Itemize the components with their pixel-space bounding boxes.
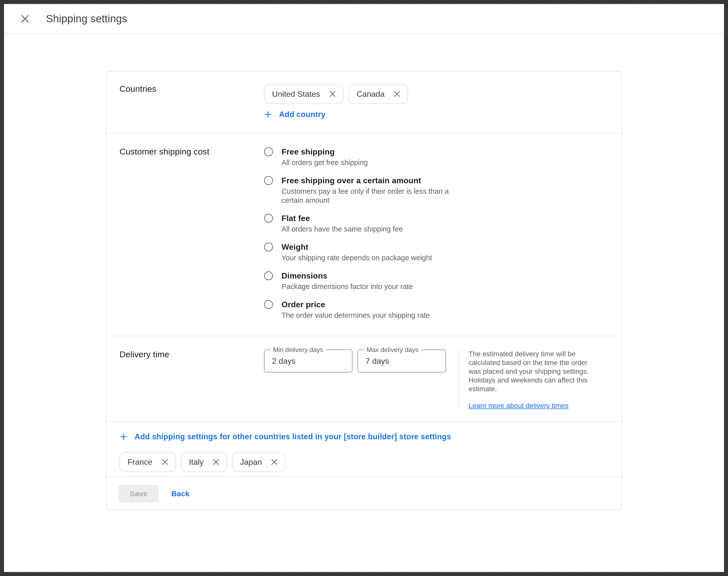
plus-icon bbox=[264, 111, 272, 118]
delivery-note-panel: The estimated delivery time will be calc… bbox=[458, 349, 600, 410]
option-title: Free shipping over a certain amount bbox=[282, 175, 454, 185]
remove-icon bbox=[329, 90, 336, 97]
remove-country-button[interactable] bbox=[212, 459, 220, 465]
footer-actions: Save Back bbox=[107, 477, 621, 510]
option-title: Free shipping bbox=[282, 147, 368, 157]
radio-flat-fee[interactable] bbox=[264, 214, 273, 223]
option-flat-fee: Flat fee All orders have the same shippi… bbox=[264, 213, 454, 233]
chip-label: Canada bbox=[356, 89, 384, 99]
option-weight: Weight Your shipping rate depends on pac… bbox=[264, 242, 454, 262]
chip-label: France bbox=[127, 458, 152, 467]
max-delivery-days-field[interactable]: Max delivery days 7 days bbox=[357, 349, 446, 373]
countries-section: Countries United States Canada bbox=[107, 71, 621, 133]
option-description: Customers pay a fee only if their order … bbox=[282, 187, 454, 205]
country-chip-canada: Canada bbox=[349, 84, 408, 104]
back-button[interactable]: Back bbox=[167, 487, 194, 500]
delivery-time-label: Delivery time bbox=[119, 349, 264, 359]
remove-country-button[interactable] bbox=[162, 459, 169, 465]
shipping-settings-card: Countries United States Canada bbox=[106, 71, 622, 510]
plus-icon bbox=[119, 433, 127, 441]
main: Countries United States Canada bbox=[4, 34, 724, 510]
header: Shipping settings bbox=[4, 4, 724, 34]
countries-label: Countries bbox=[119, 84, 264, 94]
learn-more-link[interactable]: Learn more about delivery times bbox=[468, 402, 569, 410]
shipping-settings-page: Shipping settings Countries United State… bbox=[4, 4, 724, 572]
max-delivery-days-value: 7 days bbox=[366, 356, 389, 366]
radio-order-price[interactable] bbox=[264, 300, 273, 309]
radio-free-shipping[interactable] bbox=[264, 147, 273, 156]
shipping-cost-section: Customer shipping cost Free shipping All… bbox=[107, 133, 621, 336]
option-title: Weight bbox=[282, 242, 432, 252]
radio-free-shipping-over-amount[interactable] bbox=[264, 176, 273, 185]
remove-country-button[interactable] bbox=[271, 459, 278, 465]
option-title: Order price bbox=[282, 299, 430, 310]
remove-icon bbox=[162, 459, 169, 465]
save-button[interactable]: Save bbox=[118, 485, 159, 502]
radio-dimensions[interactable] bbox=[264, 271, 273, 280]
remove-icon bbox=[394, 90, 401, 97]
min-delivery-days-field-label: Min delivery days bbox=[270, 346, 326, 354]
chip-label: Japan bbox=[240, 458, 262, 467]
max-delivery-days-field-label: Max delivery days bbox=[364, 346, 421, 354]
min-delivery-days-value: 2 days bbox=[272, 356, 295, 366]
country-chip-france: France bbox=[119, 452, 176, 472]
close-button[interactable] bbox=[18, 12, 32, 26]
add-country-button[interactable]: Add country bbox=[264, 110, 325, 119]
min-delivery-days-field[interactable]: Min delivery days 2 days bbox=[264, 349, 352, 373]
option-free-shipping: Free shipping All orders get free shippi… bbox=[264, 147, 454, 167]
add-country-label: Add country bbox=[279, 110, 325, 119]
option-description: Package dimensions factor into your rate bbox=[282, 282, 413, 291]
add-other-countries-button[interactable]: Add shipping settings for other countrie… bbox=[119, 432, 451, 441]
screenshot-frame: Shipping settings Countries United State… bbox=[0, 0, 728, 576]
chip-label: United States bbox=[272, 89, 320, 99]
shipping-cost-label: Customer shipping cost bbox=[119, 147, 264, 156]
option-title: Flat fee bbox=[282, 213, 403, 223]
countries-chip-row: United States Canada bbox=[264, 84, 408, 104]
option-free-shipping-over-amount: Free shipping over a certain amount Cust… bbox=[264, 175, 454, 205]
option-description: The order value determines your shipping… bbox=[282, 311, 430, 320]
country-chip-japan: Japan bbox=[232, 452, 285, 472]
option-description: Your shipping rate depends on package we… bbox=[282, 253, 432, 262]
remove-country-button[interactable] bbox=[394, 90, 401, 97]
remove-icon bbox=[212, 459, 220, 465]
remove-country-button[interactable] bbox=[329, 90, 336, 97]
option-title: Dimensions bbox=[282, 271, 413, 281]
other-countries-section: Add shipping settings for other countrie… bbox=[107, 422, 621, 477]
other-countries-chip-row: France Italy Japan bbox=[119, 452, 609, 472]
radio-weight[interactable] bbox=[264, 242, 273, 252]
option-dimensions: Dimensions Package dimensions factor int… bbox=[264, 271, 454, 291]
delivery-note-text: The estimated delivery time will be calc… bbox=[468, 349, 600, 393]
chip-label: Italy bbox=[189, 458, 204, 467]
country-chip-italy: Italy bbox=[181, 452, 227, 472]
page-title: Shipping settings bbox=[46, 13, 127, 25]
country-chip-united-states: United States bbox=[264, 84, 344, 104]
option-description: All orders get free shipping bbox=[282, 158, 368, 167]
close-icon bbox=[21, 15, 29, 23]
option-order-price: Order price The order value determines y… bbox=[264, 299, 454, 320]
remove-icon bbox=[271, 459, 278, 465]
add-other-countries-label: Add shipping settings for other countrie… bbox=[135, 432, 451, 441]
option-description: All orders have the same shipping fee bbox=[282, 225, 403, 233]
delivery-time-section: Delivery time Min delivery days 2 days M… bbox=[107, 336, 621, 422]
